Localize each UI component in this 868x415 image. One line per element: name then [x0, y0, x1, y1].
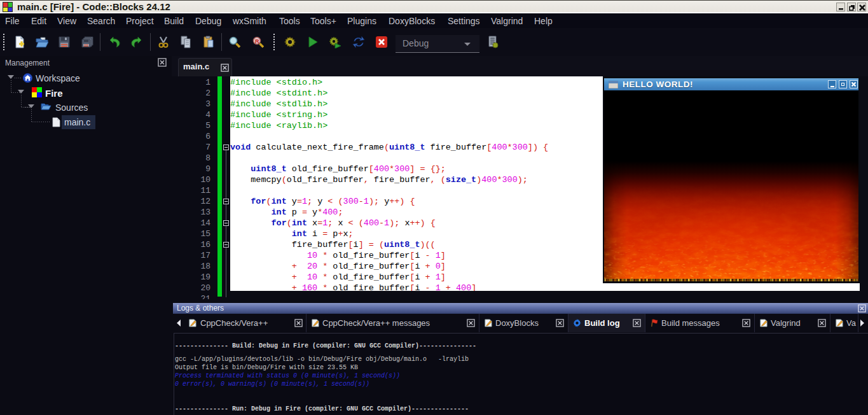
svg-text:R: R [255, 38, 259, 45]
